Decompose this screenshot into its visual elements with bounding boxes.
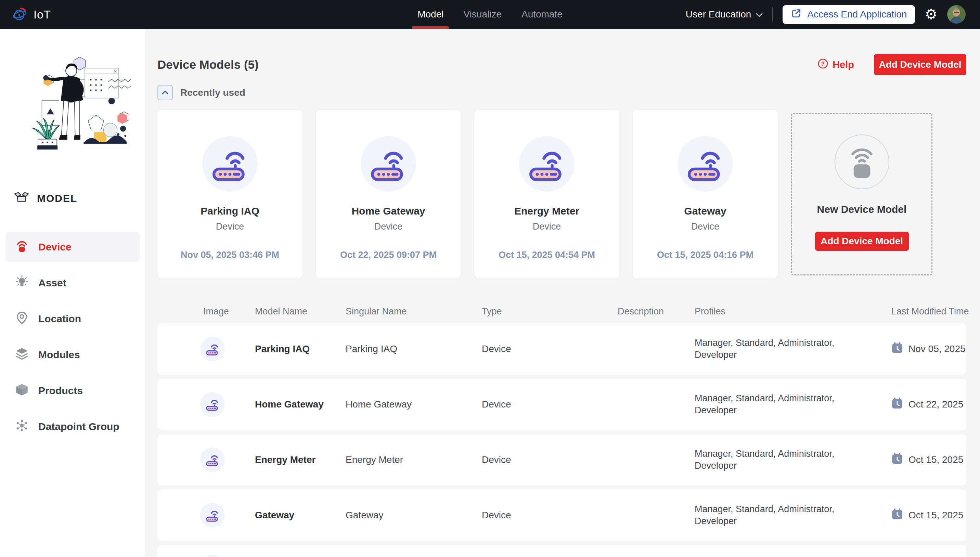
table-header: Image Model Name Singular Name Type Desc… — [157, 303, 966, 319]
router-icon — [677, 136, 733, 192]
tab-automate[interactable]: Automate — [516, 0, 568, 29]
tab-visualize[interactable]: Visualize — [458, 0, 507, 29]
card-modified-time: Oct 15, 2025 04:16 PM — [633, 250, 778, 261]
card-name: Home Gateway — [316, 205, 461, 217]
cell-last-modified: Oct 15, 2025 04:16 PM — [908, 510, 966, 521]
map-pin-icon — [15, 311, 29, 327]
circle-question-icon: ? — [817, 58, 829, 72]
layers-icon — [15, 347, 29, 363]
add-device-model-button[interactable]: Add Device Model — [874, 54, 966, 75]
sidebar-item-modules-label: Modules — [38, 349, 80, 361]
node-cluster-icon — [15, 419, 29, 435]
tab-automate-label: Automate — [521, 9, 563, 20]
cell-type: Device — [482, 399, 618, 410]
sidebar-item-asset[interactable]: Asset — [5, 268, 140, 298]
card-name: Energy Meter — [474, 205, 619, 217]
sidebar-item-device[interactable]: Device — [5, 232, 140, 262]
card-name: Gateway — [633, 205, 778, 217]
chevron-up-icon — [162, 90, 168, 96]
card-type: Device — [316, 221, 461, 232]
cell-model-name: Parking IAQ — [255, 344, 345, 355]
external-link-icon — [791, 8, 802, 21]
help-label: Help — [832, 59, 854, 70]
column-model-name: Model Name — [255, 306, 345, 317]
table-row-parking-iaq[interactable]: Parking IAQ Parking IAQ Device Manager, … — [157, 323, 966, 375]
gray-device-icon — [835, 134, 889, 189]
new-device-model-title: New Device Model — [792, 204, 931, 215]
cell-profiles: Manager, Standard, Administrator, Develo… — [695, 337, 891, 361]
org-selector-label: User Education — [686, 9, 751, 20]
device-model-card-home-gateway[interactable]: Home Gateway Device Oct 22, 2025 09:07 P… — [316, 110, 461, 278]
table-row-energy-meter[interactable]: Energy Meter Energy Meter Device Manager… — [157, 434, 966, 485]
sidebar-item-datapoint-group[interactable]: Datapoint Group — [5, 412, 140, 442]
cell-model-name: Gateway — [255, 510, 345, 521]
cell-singular-name: Energy Meter — [345, 454, 482, 465]
recently-used-label: Recently used — [180, 87, 245, 98]
help-link[interactable]: ? Help — [817, 58, 854, 72]
sidebar-menu: Device Asset — [0, 232, 145, 442]
card-name: Parking IAQ — [157, 205, 303, 217]
gear-icon[interactable]: ⚙ — [925, 7, 938, 21]
table-row-gateway[interactable]: Gateway Gateway Device Manager, Standard… — [157, 490, 966, 541]
column-description: Description — [618, 306, 695, 317]
cell-singular-name: Home Gateway — [345, 399, 482, 410]
cell-singular-name: Parking IAQ — [345, 344, 482, 355]
cell-profiles: Manager, Standard, Administrator, Develo… — [695, 503, 891, 527]
clock-badge-icon — [891, 397, 903, 412]
tab-model[interactable]: Model — [412, 0, 449, 29]
cell-model-name: Energy Meter — [255, 454, 345, 465]
router-icon — [202, 136, 258, 192]
sidebar: MODEL Device — [0, 29, 145, 557]
column-singular-name: Singular Name — [345, 306, 482, 317]
app-title: IoT — [34, 8, 51, 21]
column-profiles: Profiles — [695, 306, 891, 317]
page-title: Device Models (5) — [157, 58, 259, 72]
device-model-card-energy-meter[interactable]: Energy Meter Device Oct 15, 2025 04:54 P… — [474, 110, 619, 278]
device-model-card-gateway[interactable]: Gateway Device Oct 15, 2025 04:16 PM — [633, 110, 778, 278]
router-icon — [200, 448, 225, 472]
table-row-partial[interactable] — [157, 545, 966, 557]
column-image: Image — [157, 306, 255, 317]
brand: IoT — [0, 5, 137, 24]
access-end-application-button[interactable]: Access End Application — [783, 5, 915, 24]
card-type: Device — [633, 221, 778, 232]
clock-badge-icon — [891, 508, 903, 523]
add-device-model-card-button[interactable]: Add Device Model — [815, 231, 909, 251]
org-selector[interactable]: User Education — [686, 9, 763, 20]
sidebar-item-datapoint-group-label: Datapoint Group — [38, 421, 119, 432]
router-icon — [200, 555, 225, 557]
primary-nav: Model Visualize Automate — [412, 0, 568, 29]
table-row-home-gateway[interactable]: Home Gateway Home Gateway Device Manager… — [157, 379, 966, 430]
router-icon — [200, 392, 225, 417]
cell-profiles: Manager, Standard, Administrator, Develo… — [695, 393, 891, 416]
sidebar-item-modules[interactable]: Modules — [5, 340, 140, 370]
cell-singular-name: Gateway — [345, 510, 482, 521]
product-box-icon — [15, 383, 29, 399]
router-icon — [200, 337, 225, 361]
cell-type: Device — [482, 454, 618, 465]
tab-model-label: Model — [417, 9, 443, 20]
tab-visualize-label: Visualize — [463, 9, 501, 20]
sidebar-section-label: MODEL — [37, 193, 77, 204]
clock-badge-icon — [891, 453, 903, 467]
sidebar-illustration — [11, 48, 135, 158]
sidebar-item-location-label: Location — [38, 313, 81, 325]
navbar-right: User Education Access End Application ⚙ — [686, 5, 980, 24]
user-avatar[interactable] — [947, 5, 965, 24]
cell-type: Device — [482, 344, 618, 355]
cell-last-modified: Nov 05, 2025 03:46 PM — [908, 344, 966, 355]
new-device-model-card: New Device Model Add Device Model — [791, 113, 933, 275]
sidebar-item-location[interactable]: Location — [5, 304, 140, 334]
main-content: Device Models (5) ? Help Add Device Mode… — [145, 29, 980, 557]
card-modified-time: Nov 05, 2025 03:46 PM — [157, 250, 303, 261]
sidebar-item-products[interactable]: Products — [5, 376, 140, 406]
device-model-card-parking-iaq[interactable]: Parking IAQ Device Nov 05, 2025 03:46 PM — [157, 110, 303, 278]
sidebar-item-products-label: Products — [38, 385, 83, 397]
column-type: Type — [482, 306, 618, 317]
sidebar-item-device-label: Device — [38, 241, 72, 253]
recently-used-collapse-button[interactable] — [157, 85, 173, 100]
cell-last-modified: Oct 15, 2025 04:54 PM — [908, 454, 966, 465]
column-last-modified-time: Last Modified Time — [891, 306, 969, 317]
cell-profiles: Manager, Standard, Administrator, Develo… — [695, 448, 891, 472]
iot-globe-icon — [11, 5, 28, 24]
